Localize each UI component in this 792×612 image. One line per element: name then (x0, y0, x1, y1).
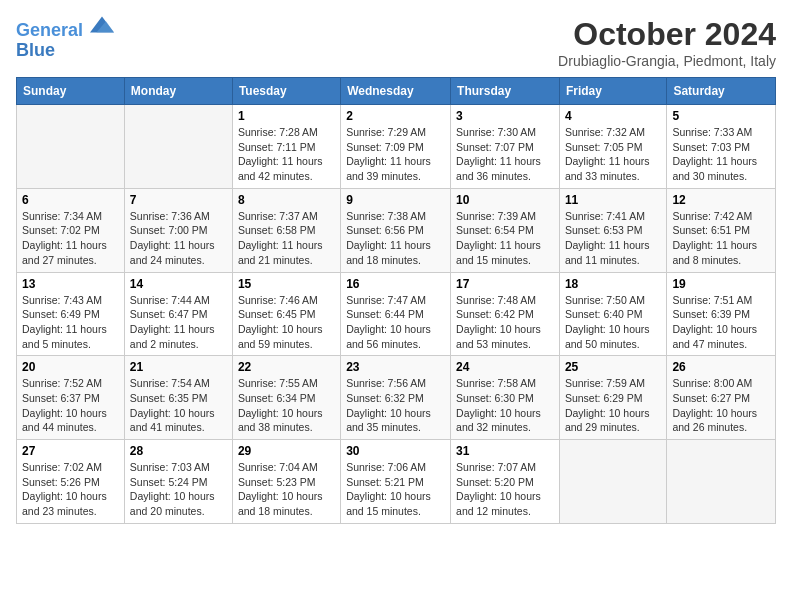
day-info: Sunrise: 7:03 AMSunset: 5:24 PMDaylight:… (130, 460, 227, 519)
day-info: Sunrise: 7:28 AMSunset: 7:11 PMDaylight:… (238, 125, 335, 184)
calendar-cell: 5Sunrise: 7:33 AMSunset: 7:03 PMDaylight… (667, 105, 776, 189)
day-header-friday: Friday (559, 78, 666, 105)
week-row-5: 27Sunrise: 7:02 AMSunset: 5:26 PMDayligh… (17, 440, 776, 524)
day-number: 12 (672, 193, 770, 207)
day-info: Sunrise: 7:39 AMSunset: 6:54 PMDaylight:… (456, 209, 554, 268)
calendar-cell: 30Sunrise: 7:06 AMSunset: 5:21 PMDayligh… (341, 440, 451, 524)
day-info: Sunrise: 7:33 AMSunset: 7:03 PMDaylight:… (672, 125, 770, 184)
day-info: Sunrise: 7:52 AMSunset: 6:37 PMDaylight:… (22, 376, 119, 435)
week-row-2: 6Sunrise: 7:34 AMSunset: 7:02 PMDaylight… (17, 188, 776, 272)
day-info: Sunrise: 7:42 AMSunset: 6:51 PMDaylight:… (672, 209, 770, 268)
day-info: Sunrise: 7:44 AMSunset: 6:47 PMDaylight:… (130, 293, 227, 352)
day-info: Sunrise: 7:04 AMSunset: 5:23 PMDaylight:… (238, 460, 335, 519)
day-info: Sunrise: 7:30 AMSunset: 7:07 PMDaylight:… (456, 125, 554, 184)
calendar-cell: 3Sunrise: 7:30 AMSunset: 7:07 PMDaylight… (451, 105, 560, 189)
day-number: 24 (456, 360, 554, 374)
calendar-table: SundayMondayTuesdayWednesdayThursdayFrid… (16, 77, 776, 524)
day-info: Sunrise: 7:02 AMSunset: 5:26 PMDaylight:… (22, 460, 119, 519)
calendar-cell: 6Sunrise: 7:34 AMSunset: 7:02 PMDaylight… (17, 188, 125, 272)
logo-text: General (16, 16, 114, 41)
day-info: Sunrise: 7:47 AMSunset: 6:44 PMDaylight:… (346, 293, 445, 352)
day-info: Sunrise: 7:48 AMSunset: 6:42 PMDaylight:… (456, 293, 554, 352)
day-info: Sunrise: 7:54 AMSunset: 6:35 PMDaylight:… (130, 376, 227, 435)
calendar-cell: 29Sunrise: 7:04 AMSunset: 5:23 PMDayligh… (232, 440, 340, 524)
day-number: 30 (346, 444, 445, 458)
location: Drubiaglio-Grangia, Piedmont, Italy (558, 53, 776, 69)
day-number: 5 (672, 109, 770, 123)
day-info: Sunrise: 7:36 AMSunset: 7:00 PMDaylight:… (130, 209, 227, 268)
day-info: Sunrise: 7:06 AMSunset: 5:21 PMDaylight:… (346, 460, 445, 519)
week-row-4: 20Sunrise: 7:52 AMSunset: 6:37 PMDayligh… (17, 356, 776, 440)
calendar-cell: 4Sunrise: 7:32 AMSunset: 7:05 PMDaylight… (559, 105, 666, 189)
calendar-cell: 12Sunrise: 7:42 AMSunset: 6:51 PMDayligh… (667, 188, 776, 272)
calendar-cell: 20Sunrise: 7:52 AMSunset: 6:37 PMDayligh… (17, 356, 125, 440)
day-number: 19 (672, 277, 770, 291)
day-info: Sunrise: 7:41 AMSunset: 6:53 PMDaylight:… (565, 209, 661, 268)
calendar-cell: 26Sunrise: 8:00 AMSunset: 6:27 PMDayligh… (667, 356, 776, 440)
day-info: Sunrise: 7:56 AMSunset: 6:32 PMDaylight:… (346, 376, 445, 435)
calendar-cell: 17Sunrise: 7:48 AMSunset: 6:42 PMDayligh… (451, 272, 560, 356)
day-number: 21 (130, 360, 227, 374)
calendar-cell (667, 440, 776, 524)
calendar-cell (17, 105, 125, 189)
calendar-cell: 15Sunrise: 7:46 AMSunset: 6:45 PMDayligh… (232, 272, 340, 356)
day-info: Sunrise: 7:43 AMSunset: 6:49 PMDaylight:… (22, 293, 119, 352)
calendar-cell: 27Sunrise: 7:02 AMSunset: 5:26 PMDayligh… (17, 440, 125, 524)
day-header-monday: Monday (124, 78, 232, 105)
header-row: SundayMondayTuesdayWednesdayThursdayFrid… (17, 78, 776, 105)
calendar-cell (124, 105, 232, 189)
day-number: 10 (456, 193, 554, 207)
day-info: Sunrise: 7:32 AMSunset: 7:05 PMDaylight:… (565, 125, 661, 184)
page-header: General Blue October 2024 Drubiaglio-Gra… (16, 16, 776, 69)
day-number: 20 (22, 360, 119, 374)
day-number: 25 (565, 360, 661, 374)
calendar-cell: 18Sunrise: 7:50 AMSunset: 6:40 PMDayligh… (559, 272, 666, 356)
day-info: Sunrise: 7:34 AMSunset: 7:02 PMDaylight:… (22, 209, 119, 268)
calendar-cell: 23Sunrise: 7:56 AMSunset: 6:32 PMDayligh… (341, 356, 451, 440)
week-row-3: 13Sunrise: 7:43 AMSunset: 6:49 PMDayligh… (17, 272, 776, 356)
day-info: Sunrise: 7:37 AMSunset: 6:58 PMDaylight:… (238, 209, 335, 268)
day-number: 26 (672, 360, 770, 374)
day-number: 8 (238, 193, 335, 207)
logo-icon (90, 16, 114, 36)
day-header-saturday: Saturday (667, 78, 776, 105)
calendar-cell: 16Sunrise: 7:47 AMSunset: 6:44 PMDayligh… (341, 272, 451, 356)
day-header-wednesday: Wednesday (341, 78, 451, 105)
day-info: Sunrise: 7:07 AMSunset: 5:20 PMDaylight:… (456, 460, 554, 519)
day-info: Sunrise: 7:29 AMSunset: 7:09 PMDaylight:… (346, 125, 445, 184)
calendar-cell: 31Sunrise: 7:07 AMSunset: 5:20 PMDayligh… (451, 440, 560, 524)
calendar-cell: 21Sunrise: 7:54 AMSunset: 6:35 PMDayligh… (124, 356, 232, 440)
title-section: October 2024 Drubiaglio-Grangia, Piedmon… (558, 16, 776, 69)
day-number: 18 (565, 277, 661, 291)
calendar-cell: 19Sunrise: 7:51 AMSunset: 6:39 PMDayligh… (667, 272, 776, 356)
day-number: 14 (130, 277, 227, 291)
calendar-cell (559, 440, 666, 524)
calendar-cell: 8Sunrise: 7:37 AMSunset: 6:58 PMDaylight… (232, 188, 340, 272)
logo-text-blue: Blue (16, 41, 114, 61)
day-info: Sunrise: 7:46 AMSunset: 6:45 PMDaylight:… (238, 293, 335, 352)
day-number: 16 (346, 277, 445, 291)
day-number: 7 (130, 193, 227, 207)
calendar-cell: 10Sunrise: 7:39 AMSunset: 6:54 PMDayligh… (451, 188, 560, 272)
day-header-tuesday: Tuesday (232, 78, 340, 105)
day-number: 3 (456, 109, 554, 123)
calendar-cell: 1Sunrise: 7:28 AMSunset: 7:11 PMDaylight… (232, 105, 340, 189)
day-info: Sunrise: 7:38 AMSunset: 6:56 PMDaylight:… (346, 209, 445, 268)
calendar-cell: 28Sunrise: 7:03 AMSunset: 5:24 PMDayligh… (124, 440, 232, 524)
calendar-cell: 13Sunrise: 7:43 AMSunset: 6:49 PMDayligh… (17, 272, 125, 356)
calendar-cell: 9Sunrise: 7:38 AMSunset: 6:56 PMDaylight… (341, 188, 451, 272)
day-number: 27 (22, 444, 119, 458)
day-info: Sunrise: 7:59 AMSunset: 6:29 PMDaylight:… (565, 376, 661, 435)
calendar-cell: 22Sunrise: 7:55 AMSunset: 6:34 PMDayligh… (232, 356, 340, 440)
week-row-1: 1Sunrise: 7:28 AMSunset: 7:11 PMDaylight… (17, 105, 776, 189)
day-info: Sunrise: 7:51 AMSunset: 6:39 PMDaylight:… (672, 293, 770, 352)
day-number: 31 (456, 444, 554, 458)
day-number: 22 (238, 360, 335, 374)
day-header-sunday: Sunday (17, 78, 125, 105)
day-number: 9 (346, 193, 445, 207)
calendar-cell: 24Sunrise: 7:58 AMSunset: 6:30 PMDayligh… (451, 356, 560, 440)
day-header-thursday: Thursday (451, 78, 560, 105)
day-info: Sunrise: 7:55 AMSunset: 6:34 PMDaylight:… (238, 376, 335, 435)
calendar-cell: 7Sunrise: 7:36 AMSunset: 7:00 PMDaylight… (124, 188, 232, 272)
day-number: 28 (130, 444, 227, 458)
